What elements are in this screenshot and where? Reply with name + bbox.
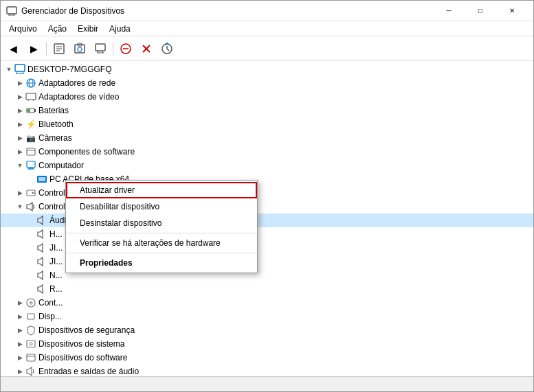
properties-button[interactable] (49, 39, 69, 58)
software-comp-label: Componentes de software (38, 147, 135, 157)
tree-item-computador[interactable]: ▼ Computador (1, 159, 533, 172)
forward-button[interactable]: ▶ (24, 39, 43, 58)
titlebar-controls: ─ □ ✕ (433, 1, 528, 21)
menubar: Arquivo Ação Exibir Ajuda (1, 21, 533, 36)
tree-item-bluetooth[interactable]: ▶ ⚡ Bluetooth (1, 117, 533, 131)
tree-item-cameras[interactable]: ▶ 📷 Câmeras (1, 131, 533, 145)
ctx-scan[interactable]: Verificar se há alterações de hardware (66, 235, 257, 251)
ji2-icon (36, 256, 47, 267)
ctx-update-driver[interactable]: Atualizar driver (66, 182, 257, 198)
ctx-uninstall[interactable]: Desinstalar dispositivo (66, 215, 257, 231)
system-label: Dispositivos de sistema (38, 339, 124, 349)
svg-rect-54 (27, 314, 34, 319)
ctx-update-driver-label: Atualizar driver (80, 185, 135, 195)
statusbar (1, 376, 533, 391)
svg-marker-59 (27, 367, 32, 376)
svg-marker-46 (38, 230, 43, 238)
ctx-uninstall-label: Desinstalar dispositivo (80, 218, 162, 228)
tree-item-rede[interactable]: ▶ Adaptadores de rede (1, 76, 533, 90)
pc-acpi-icon (36, 174, 47, 185)
cameras-label: Câmeras (38, 133, 72, 143)
svg-point-10 (78, 47, 82, 51)
svg-rect-35 (27, 148, 35, 155)
svg-rect-41 (38, 177, 45, 181)
window-title: Gerenciador de Dispositivos (21, 6, 433, 16)
update-driver-button[interactable] (157, 39, 177, 58)
monitor-button[interactable] (91, 39, 110, 58)
r-label: R... (49, 284, 63, 294)
n-icon (36, 270, 47, 281)
r-icon (36, 284, 47, 295)
ctx-properties[interactable]: Propriedades (66, 255, 257, 271)
tree-item-cont[interactable]: ▶ Cont... (1, 296, 533, 310)
svg-marker-45 (38, 216, 43, 224)
tree-item-system[interactable]: ▶ Dispositivos de sistema (1, 337, 533, 351)
sound-toggle[interactable]: ▼ (14, 201, 25, 212)
svg-point-43 (32, 192, 34, 194)
maximize-button[interactable]: □ (465, 1, 496, 21)
storage-icon (25, 187, 36, 198)
sound-icon (25, 201, 36, 212)
audio-intel-toggle (25, 215, 36, 226)
disable-button[interactable] (116, 39, 135, 58)
system-toggle[interactable]: ▶ (14, 338, 25, 349)
disp-toggle[interactable]: ▶ (14, 311, 25, 322)
software-icon (25, 146, 36, 157)
bluetooth-toggle[interactable]: ▶ (14, 119, 25, 130)
security-label: Dispositivos de segurança (38, 325, 135, 335)
root-toggle[interactable]: ▼ (3, 64, 14, 75)
toolbar-separator-1 (46, 42, 47, 56)
baterias-label: Baterias (38, 106, 69, 115)
security-toggle[interactable]: ▶ (14, 325, 25, 336)
main-window: Gerenciador de Dispositivos ─ □ ✕ Arquiv… (0, 0, 534, 392)
tree-item-disp[interactable]: ▶ Disp... (1, 310, 533, 323)
tree-item-security[interactable]: ▶ Dispositivos de segurança (1, 323, 533, 337)
toolbar: ◀ ▶ (1, 36, 533, 61)
ji1-label: JI... (49, 243, 63, 253)
scan-button[interactable] (70, 39, 89, 58)
ctx-disable[interactable]: Desabilitar dispositivo (66, 198, 257, 215)
tree-item-r[interactable]: R... (1, 282, 533, 296)
menu-ajuda[interactable]: Ajuda (104, 21, 136, 36)
storage-toggle[interactable]: ▶ (14, 187, 25, 198)
menu-exibir[interactable]: Exibir (72, 21, 104, 36)
soft-dev-toggle[interactable]: ▶ (14, 352, 25, 363)
n-label: N... (49, 270, 63, 280)
uninstall-button[interactable] (137, 39, 156, 58)
svg-marker-49 (38, 271, 43, 279)
svg-rect-28 (26, 93, 36, 100)
titlebar: Gerenciador de Dispositivos ─ □ ✕ (1, 1, 533, 21)
tree-root[interactable]: ▼ DESKTOP-7MGGGFQ (1, 62, 533, 76)
audio-io-label: Entradas e saídas de áudio (38, 367, 139, 376)
svg-marker-50 (38, 285, 43, 293)
titlebar-icon (6, 5, 17, 16)
video-toggle[interactable]: ▶ (14, 91, 25, 102)
cont-label: Cont... (38, 298, 63, 308)
video-label: Adaptadores de vídeo (38, 92, 119, 102)
svg-marker-48 (38, 257, 43, 266)
tree-item-audio-io[interactable]: ▶ Entradas e saídas de áudio (1, 365, 533, 376)
cameras-toggle[interactable]: ▶ (14, 132, 25, 143)
svg-rect-57 (27, 354, 35, 361)
tree-item-soft-dev[interactable]: ▶ Dispositivos do software (1, 351, 533, 365)
minimize-button[interactable]: ─ (433, 1, 465, 21)
tree-item-baterias[interactable]: ▶ Baterias (1, 104, 533, 117)
software-comp-toggle[interactable]: ▶ (14, 146, 25, 157)
ctx-disable-label: Desabilitar dispositivo (80, 202, 159, 211)
tree-item-software-comp[interactable]: ▶ Componentes de software (1, 145, 533, 159)
pc-acpi-toggle (25, 174, 36, 185)
svg-rect-0 (7, 7, 16, 14)
tree-item-video[interactable]: ▶ Adaptadores de vídeo (1, 90, 533, 104)
back-button[interactable]: ◀ (3, 39, 23, 58)
menu-acao[interactable]: Ação (43, 21, 72, 36)
rede-toggle[interactable]: ▶ (14, 78, 25, 89)
baterias-toggle[interactable]: ▶ (14, 105, 25, 116)
computador-toggle[interactable]: ▼ (14, 160, 25, 171)
audio-io-icon (25, 366, 36, 376)
close-button[interactable]: ✕ (496, 1, 528, 21)
cont-toggle[interactable]: ▶ (14, 297, 25, 308)
audio-io-toggle[interactable]: ▶ (14, 366, 25, 376)
soft-dev-label: Dispositivos do software (38, 353, 127, 362)
menu-arquivo[interactable]: Arquivo (3, 21, 43, 36)
toolbar-separator-2 (113, 42, 113, 56)
